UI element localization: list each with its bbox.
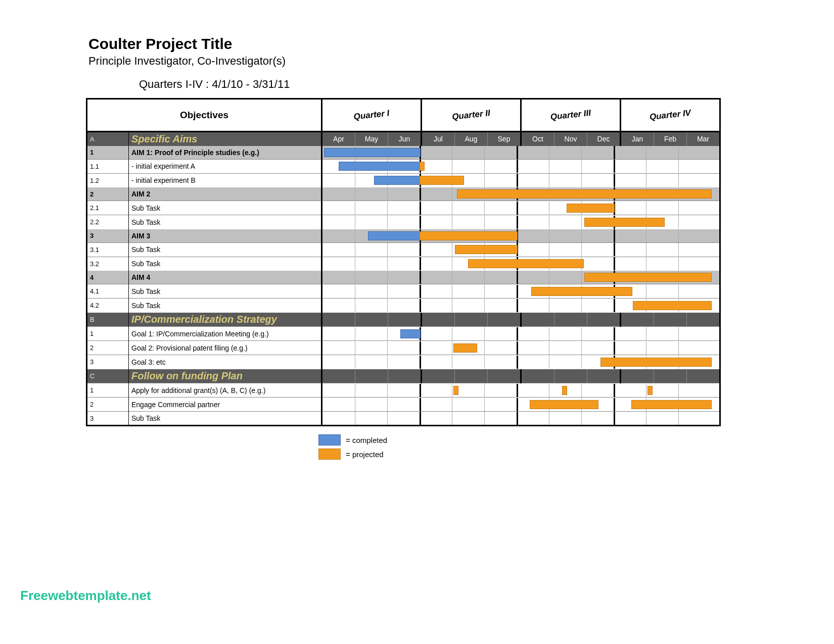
task-row: 4.1 Sub Task	[87, 284, 720, 299]
month-header	[322, 313, 355, 327]
task-row: 3.2 Sub Task	[87, 257, 720, 271]
row-label: Sub Task	[129, 215, 322, 229]
month-header: Mar	[687, 132, 720, 146]
row-label: AIM 2	[129, 187, 322, 201]
row-id: 4	[87, 271, 129, 284]
task-row: 2 Engage Commercial partner	[87, 398, 720, 412]
gantt-track	[322, 215, 720, 229]
page-subtitle: Principle Investigator, Co-Investigator(…	[88, 55, 834, 68]
section-row: C Follow on funding Plan	[87, 369, 720, 383]
gantt-bar-orange	[530, 400, 598, 409]
legend-label-completed: = completed	[346, 436, 387, 444]
row-label: Engage Commercial partner	[129, 398, 322, 412]
month-header	[587, 313, 621, 327]
section-label: Follow on funding Plan	[129, 369, 322, 383]
month-header	[521, 313, 554, 327]
row-id: 1.2	[87, 173, 129, 187]
gantt-bar-orange	[531, 287, 632, 296]
gantt-bar-orange	[457, 189, 712, 199]
section-id: C	[87, 369, 129, 383]
month-header: Dec	[587, 132, 621, 146]
row-label: AIM 1: Proof of Principle studies (e.g.)	[129, 146, 322, 160]
section-id: B	[87, 313, 129, 327]
aim-row: 4 AIM 4	[87, 271, 720, 284]
gantt-bar-orange	[562, 386, 567, 395]
month-header	[687, 313, 720, 327]
task-row: 1.1 - initial experiment A	[87, 159, 720, 173]
section-row: A Specific AimsAprMayJunJulAugSepOctNovD…	[87, 132, 720, 146]
row-id: 2	[87, 341, 129, 355]
gantt-track	[322, 242, 720, 257]
quarter-header: Quarter III	[521, 99, 621, 132]
row-label: Sub Task	[129, 284, 322, 299]
row-label: - initial experiment B	[129, 173, 322, 187]
row-id: 3	[87, 355, 129, 369]
row-label: Goal 1: IP/Commercialization Meeting (e.…	[129, 327, 322, 341]
gantt-bar-orange	[420, 162, 425, 171]
row-id: 4.2	[87, 299, 129, 313]
row-id: 1	[87, 327, 129, 341]
gantt-track	[322, 257, 720, 271]
gantt-bar-orange	[633, 301, 712, 310]
section-label: Specific Aims	[129, 132, 322, 146]
row-id: 3.2	[87, 257, 129, 271]
month-header	[388, 313, 422, 327]
task-row: 1 Goal 1: IP/Commercialization Meeting (…	[87, 327, 720, 341]
row-label: Sub Task	[129, 412, 322, 426]
gantt-bar-blue	[368, 231, 421, 240]
gantt-bar-orange	[453, 343, 477, 353]
gantt-track	[322, 341, 720, 355]
month-header: Apr	[322, 132, 355, 146]
task-row: 1.2 - initial experiment B	[87, 173, 720, 187]
month-header	[422, 313, 455, 327]
row-label: Sub Task	[129, 257, 322, 271]
gantt-track	[322, 159, 720, 173]
gantt-track	[322, 271, 720, 284]
gantt-track	[322, 299, 720, 313]
row-label: Sub Task	[129, 242, 322, 257]
legend: = completed = projected	[318, 434, 834, 460]
row-id: 3	[87, 412, 129, 426]
quarter-header: Quarter II	[422, 99, 521, 132]
month-header: Jan	[621, 132, 654, 146]
task-row: 4.2 Sub Task	[87, 299, 720, 313]
footer-credit: Freewebtemplate.net	[20, 588, 151, 604]
gantt-bar-blue	[400, 329, 421, 338]
gantt-track	[322, 146, 720, 160]
gantt-bar-orange	[567, 204, 615, 213]
row-id: 2.1	[87, 201, 129, 215]
legend-label-projected: = projected	[346, 450, 384, 459]
gantt-bar-blue	[339, 162, 421, 171]
month-header	[355, 313, 388, 327]
row-label: Goal 2: Provisional patent filing (e.g.)	[129, 341, 322, 355]
gantt-track	[322, 355, 720, 369]
month-header	[554, 369, 587, 383]
gantt-track	[322, 412, 720, 426]
gantt-bar-orange	[647, 386, 653, 395]
month-header	[654, 369, 687, 383]
legend-swatch-projected	[318, 449, 341, 460]
month-header	[488, 369, 521, 383]
page-title: Coulter Project Title	[88, 35, 834, 53]
task-row: 3 Goal 3: etc	[87, 355, 720, 369]
month-header: Sep	[488, 132, 521, 146]
month-header	[355, 369, 388, 383]
gantt-track	[322, 327, 720, 341]
row-label: Sub Task	[129, 201, 322, 215]
date-range: Quarters I-IV : 4/1/10 - 3/31/11	[139, 78, 834, 91]
row-id: 1.1	[87, 159, 129, 173]
row-label: Apply for additional grant(s) (A, B, C) …	[129, 383, 322, 398]
gantt-bar-blue	[374, 176, 421, 185]
gantt-track	[322, 398, 720, 412]
month-header: Jun	[388, 132, 422, 146]
month-header	[621, 369, 654, 383]
gantt-track	[322, 173, 720, 187]
legend-swatch-completed	[318, 434, 341, 445]
row-label: Sub Task	[129, 299, 322, 313]
section-label: IP/Commercialization Strategy	[129, 313, 322, 327]
month-header	[521, 369, 554, 383]
task-row: 2.2 Sub Task	[87, 215, 720, 229]
row-label: AIM 3	[129, 229, 322, 243]
month-header: May	[355, 132, 388, 146]
gantt-bar-orange	[600, 358, 712, 367]
